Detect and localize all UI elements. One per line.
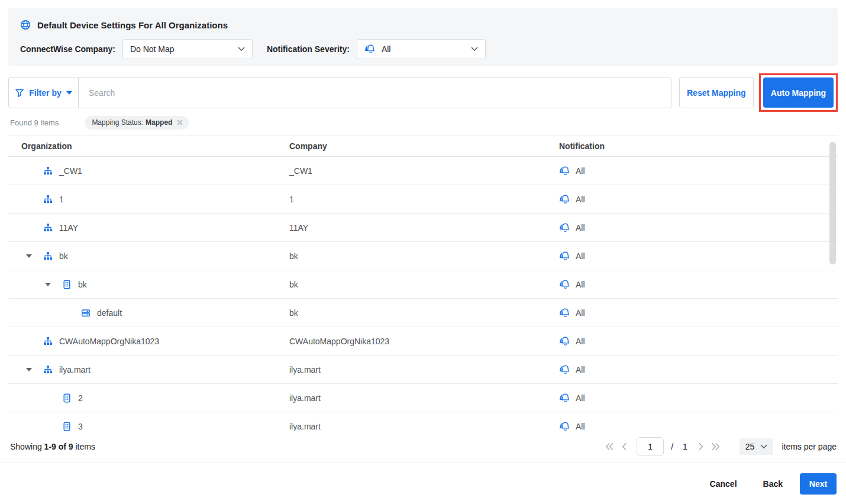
globe-icon	[20, 20, 31, 30]
filter-by-button[interactable]: Filter by	[9, 77, 79, 108]
showing-items-text: Showing 1-9 of 9 items	[10, 442, 95, 451]
table-row[interactable]: 11AY 11AY All	[8, 214, 838, 242]
bell-icon	[559, 422, 571, 431]
notification-value: All	[576, 223, 585, 232]
company-name: 11AY	[289, 223, 559, 232]
connectwise-company-label: ConnectWise Company:	[20, 44, 115, 54]
items-per-page-select[interactable]: 25	[740, 438, 774, 455]
bell-icon	[559, 365, 571, 374]
server-stack-icon	[81, 308, 91, 318]
double-chevron-left-icon	[605, 442, 614, 451]
notification-value: All	[576, 422, 585, 431]
company-name: bk	[289, 251, 559, 261]
notification-value: All	[576, 251, 585, 261]
back-button[interactable]: Back	[763, 479, 783, 489]
org-name: 1	[59, 195, 64, 204]
collapse-caret-icon[interactable]	[26, 368, 32, 371]
toolbar: Filter by Reset Mapping Auto Mapping	[8, 77, 838, 108]
red-highlight-annotation: Auto Mapping	[759, 73, 838, 112]
table-body: _CW1 _CW1 All 1 1 All 11AY 11AY	[8, 157, 838, 431]
chevron-down-icon	[238, 47, 245, 51]
table-row[interactable]: ilya.mart ilya.mart All	[8, 356, 838, 384]
search-combo: Filter by	[8, 77, 671, 108]
table-row[interactable]: CWAutoMappOrgNika1023 CWAutoMappOrgNika1…	[8, 327, 838, 356]
page-number-input[interactable]	[637, 437, 664, 456]
page-separator: /	[671, 442, 673, 451]
company-name: ilya.mart	[289, 365, 559, 374]
notification-value: All	[576, 195, 585, 204]
company-name: CWAutoMappOrgNika1023	[289, 337, 559, 346]
double-chevron-right-icon	[711, 442, 721, 451]
notification-severity-select[interactable]: All	[357, 39, 486, 59]
bell-icon	[364, 44, 376, 54]
org-name: CWAutoMappOrgNika1023	[59, 337, 159, 346]
default-settings-panel: Default Device Settings For All Organiza…	[8, 8, 838, 66]
chip-close-icon[interactable]	[176, 119, 183, 126]
previous-page-button[interactable]	[618, 442, 631, 451]
table-row[interactable]: bk bk All	[8, 242, 838, 270]
device-mapping-page: Default Device Settings For All Organiza…	[0, 0, 846, 504]
reset-mapping-button[interactable]: Reset Mapping	[679, 77, 754, 108]
connectwise-company-select[interactable]: Do Not Map	[122, 39, 253, 59]
bell-icon	[559, 223, 571, 232]
table-row[interactable]: 1 1 All	[8, 185, 838, 214]
bell-icon	[559, 280, 571, 289]
bell-icon	[559, 393, 571, 403]
caret-down-icon	[66, 91, 72, 95]
next-button[interactable]: Next	[800, 473, 837, 495]
org-name: bk	[78, 280, 87, 289]
auto-mapping-button[interactable]: Auto Mapping	[763, 77, 834, 108]
notification-value: All	[576, 166, 585, 176]
sitemap-icon	[43, 195, 53, 204]
panel-title: Default Device Settings For All Organiza…	[37, 20, 228, 30]
collapse-caret-icon[interactable]	[26, 254, 32, 258]
bell-icon	[559, 195, 571, 204]
first-page-button[interactable]	[601, 442, 618, 451]
sitemap-icon	[43, 166, 53, 176]
table-header: Organization Company Notification	[8, 135, 838, 157]
chip-prefix: Mapping Status:	[92, 118, 143, 127]
chevron-down-icon	[760, 444, 767, 449]
notification-value: All	[576, 308, 585, 318]
sitemap-icon	[43, 251, 53, 261]
company-name: bk	[289, 280, 559, 289]
chip-value: Mapped	[146, 118, 172, 127]
connectwise-company-value: Do Not Map	[130, 44, 238, 54]
notification-value: All	[576, 280, 585, 289]
found-items-text: Found 9 items	[10, 118, 59, 127]
mapping-status-filter-chip[interactable]: Mapping Status: Mapped	[85, 116, 189, 130]
vertical-scrollbar[interactable]	[829, 142, 836, 264]
notification-value: All	[576, 365, 585, 374]
building-icon	[62, 393, 72, 403]
search-input[interactable]	[79, 77, 671, 108]
chevron-right-icon	[698, 442, 704, 451]
org-name: 3	[78, 422, 83, 431]
collapse-caret-icon[interactable]	[45, 283, 51, 286]
table-row[interactable]: 2 ilya.mart All	[8, 384, 838, 412]
bell-icon	[559, 337, 571, 346]
next-page-button[interactable]	[695, 442, 708, 451]
company-name: ilya.mart	[289, 393, 559, 403]
chevron-down-icon	[471, 47, 478, 51]
cancel-button[interactable]: Cancel	[710, 479, 737, 489]
company-name: bk	[289, 308, 559, 318]
chevron-left-icon	[621, 442, 627, 451]
wizard-actions-bar: Cancel Back Next	[0, 464, 846, 504]
org-name: 2	[78, 393, 83, 403]
company-name: _CW1	[289, 166, 559, 176]
notification-value: All	[576, 393, 585, 403]
last-page-button[interactable]	[708, 442, 724, 451]
items-per-page-label: items per page	[782, 442, 837, 451]
pager: / 1 25 items per page	[601, 437, 837, 456]
table-row[interactable]: 3 ilya.mart All	[8, 412, 838, 431]
building-icon	[62, 280, 72, 289]
sitemap-icon	[43, 365, 53, 374]
notification-severity-value: All	[382, 44, 471, 54]
table-row[interactable]: _CW1 _CW1 All	[8, 157, 838, 185]
company-name: 1	[289, 195, 559, 204]
org-name: 11AY	[59, 223, 78, 232]
column-company: Company	[289, 141, 559, 151]
table-row[interactable]: bk bk All	[8, 270, 838, 299]
table-row[interactable]: default bk All	[8, 299, 838, 327]
notification-value: All	[576, 337, 585, 346]
